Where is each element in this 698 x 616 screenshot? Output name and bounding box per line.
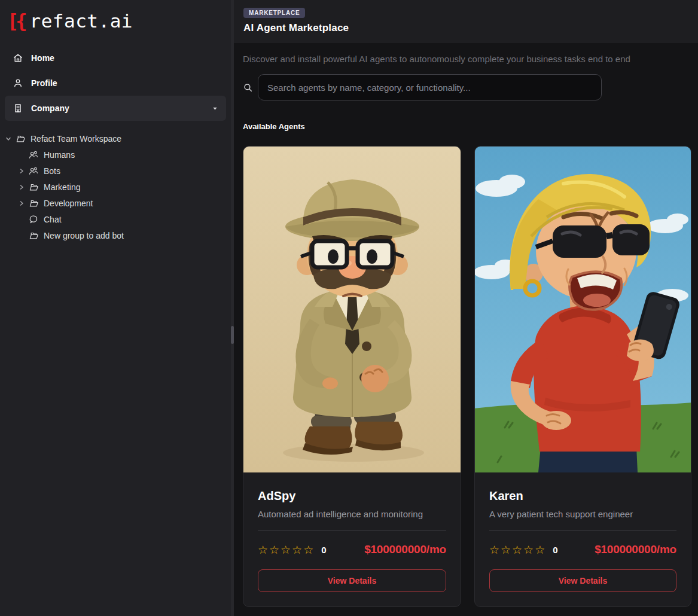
tree-item-label: New group to add bot [44,231,124,240]
users-icon [28,166,39,176]
tree-item-label: Bots [44,166,60,176]
agent-name: Karen [489,489,676,503]
view-details-button[interactable]: View Details [489,569,676,592]
sidebar-nav: Home Profile Company [0,45,231,121]
tree-item-new-group[interactable]: New group to add bot [0,227,231,243]
tree-item-label: Humans [44,150,75,160]
agents-grid: AdSpy Automated ad intelligence and moni… [243,146,691,607]
sidebar-item-home[interactable]: Home [5,45,226,71]
view-details-button[interactable]: View Details [258,569,446,592]
sidebar-item-label: Company [31,103,69,113]
caret-down-icon [212,105,218,112]
adspy-agent-image [243,147,461,472]
tree-item-label: Marketing [44,182,80,192]
search-icon [243,83,253,93]
agent-card-body: Karen A very patient tech support engine… [475,472,691,606]
users-icon [28,150,39,160]
chat-bubble-icon [28,214,39,225]
card-divider [258,530,446,531]
rating-count: 0 [321,545,326,555]
agent-card-body: AdSpy Automated ad intelligence and moni… [243,472,461,606]
rating-stars: ☆☆☆☆☆ [489,544,546,556]
sidebar: [{ refact.ai Home Profile Compan [0,0,231,616]
sidebar-item-label: Profile [31,78,57,88]
marketplace-badge: MARKETPLACE [243,8,305,18]
building-icon [13,103,23,114]
folder-open-icon [15,133,26,144]
agent-card-karen: Karen A very patient tech support engine… [474,146,691,607]
page-header: MARKETPLACE AI Agent Marketplace [234,0,698,43]
sidebar-item-profile[interactable]: Profile [5,71,226,96]
tree-item-label: Chat [44,215,62,224]
tree-item-bots[interactable]: Bots [0,163,231,179]
tree-item-development[interactable]: Development [0,195,231,211]
chevron-right-icon[interactable] [18,184,28,191]
brand-name: refact.ai [30,10,133,32]
sidebar-item-label: Home [31,53,54,63]
rating-row: ☆☆☆☆☆ 0 $100000000/mo [489,543,676,556]
folder-open-icon [28,182,39,193]
scrollbar-thumb[interactable] [231,326,234,344]
tree-item-marketing[interactable]: Marketing [0,179,231,195]
brand-brackets-icon: [{ [7,10,25,32]
tree-item-label: Refact Team Workspace [31,134,121,144]
chevron-right-icon[interactable] [18,200,28,207]
search-row [243,74,691,100]
agent-price: $100000000/mo [595,543,676,556]
rating-count: 0 [553,545,557,555]
panel-divider [231,0,234,616]
search-input[interactable] [258,74,602,100]
section-title: Available Agents [243,122,691,131]
agent-description: A very patient tech support engineer [489,509,676,519]
user-icon [13,78,23,89]
home-icon [13,53,23,63]
tree-item-chat[interactable]: Chat [0,211,231,227]
karen-agent-image [475,147,691,472]
folder-open-icon [28,230,39,241]
rating-row: ☆☆☆☆☆ 0 $100000000/mo [258,543,446,556]
tree-item-label: Development [44,199,93,208]
marketplace-content: Discover and install powerful AI agents … [234,43,698,607]
chevron-right-icon[interactable] [18,167,28,175]
agent-price: $100000000/mo [364,543,446,556]
rating-stars: ☆☆☆☆☆ [258,544,315,556]
agent-description: Automated ad intelligence and monitoring [258,509,446,519]
page-title: AI Agent Marketplace [243,22,689,34]
folder-open-icon [28,198,39,209]
sidebar-item-company[interactable]: Company [5,96,226,121]
agent-name: AdSpy [258,489,446,503]
card-divider [489,530,676,531]
workspace-tree: Refact Team Workspace Humans Bots [0,130,231,243]
page-subtitle: Discover and install powerful AI agents … [243,54,691,64]
main-content: MARKETPLACE AI Agent Marketplace Discove… [234,0,698,616]
agent-card-adspy: AdSpy Automated ad intelligence and moni… [243,146,461,607]
brand-logo[interactable]: [{ refact.ai [0,0,231,45]
tree-item-workspace[interactable]: Refact Team Workspace [0,130,231,147]
chevron-down-icon[interactable] [5,135,15,142]
tree-item-humans[interactable]: Humans [0,147,231,163]
